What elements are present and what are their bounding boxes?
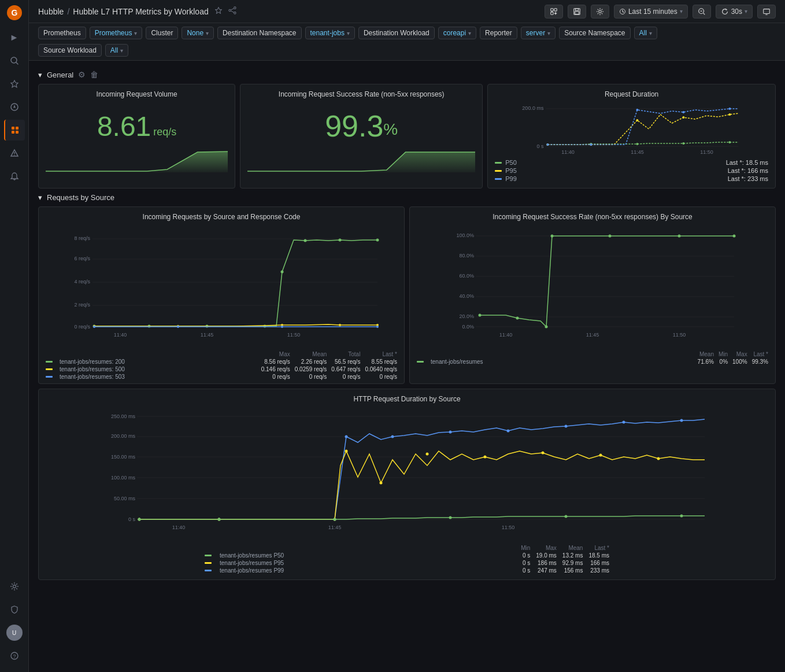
- incoming-by-source-title: Incoming Requests by Source and Response…: [46, 213, 397, 221]
- row503-max: 0 req/s: [261, 374, 290, 380]
- svg-text:50.00 ms: 50.00 ms: [114, 496, 136, 501]
- row500-max: 0.146 req/s: [261, 366, 290, 372]
- svg-point-149: [218, 518, 221, 521]
- dashboard-icon[interactable]: [4, 120, 25, 141]
- volume-sparkline: [46, 149, 228, 172]
- svg-point-58: [636, 109, 639, 111]
- cluster-label[interactable]: Cluster: [146, 27, 178, 39]
- compass-icon[interactable]: [4, 97, 25, 117]
- p95-legend-row: P95 Last *: 166 ms: [495, 167, 768, 174]
- add-panel-button[interactable]: [545, 5, 563, 19]
- row200-last: 8.55 req/s: [365, 359, 397, 365]
- svg-line-3: [16, 62, 18, 64]
- svg-text:4 req/s: 4 req/s: [74, 279, 90, 285]
- svg-marker-6: [13, 105, 16, 108]
- requests-by-source-header[interactable]: ▾ Requests by Source: [38, 193, 776, 202]
- svg-text:11:50: 11:50: [502, 525, 515, 530]
- svg-rect-22: [551, 8, 553, 10]
- success-by-source-title: Incoming Request Success Rate (non-5xx r…: [417, 213, 768, 221]
- p99-legend-dot: [495, 178, 502, 180]
- ss-row0-max: 100%: [732, 359, 747, 365]
- svg-point-147: [657, 457, 660, 460]
- help-icon[interactable]: ?: [4, 645, 25, 666]
- bell-icon[interactable]: [4, 166, 25, 187]
- svg-point-53: [636, 119, 639, 121]
- general-delete-icon[interactable]: 🗑: [90, 70, 98, 79]
- svg-text:60.0%: 60.0%: [459, 273, 474, 279]
- app-name: Hubble: [38, 7, 64, 16]
- p95-value: Last *: 166 ms: [728, 167, 768, 174]
- ss-min-header: Min: [719, 351, 728, 357]
- sidebar: G ►: [0, 0, 29, 672]
- hd-max-header: Max: [536, 545, 557, 551]
- svg-point-148: [138, 518, 141, 521]
- hd-last-header: Last *: [588, 545, 609, 551]
- svg-point-151: [449, 516, 452, 519]
- svg-point-81: [376, 239, 379, 242]
- prometheus-dropdown[interactable]: Prometheus ▾: [90, 27, 143, 39]
- svg-point-18: [229, 9, 231, 12]
- svg-text:0.0%: 0.0%: [462, 324, 474, 330]
- col-last-header: Last *: [365, 351, 397, 357]
- dashboard-content: ▾ General ⚙ 🗑 Incoming Request Volume 8.…: [29, 61, 785, 672]
- tv-mode-button[interactable]: [757, 5, 776, 19]
- source-namespace-label[interactable]: Source Namespace: [559, 27, 630, 39]
- row503-total: 0 req/s: [331, 374, 360, 380]
- app-logo[interactable]: G: [6, 5, 23, 23]
- coreapi-dropdown[interactable]: coreapi ▾: [438, 27, 476, 39]
- refresh-chevron: ▾: [745, 8, 747, 14]
- svg-point-137: [680, 419, 683, 422]
- sidebar-toggle-icon[interactable]: ►: [4, 27, 25, 48]
- svg-text:100.00 ms: 100.00 ms: [111, 475, 136, 481]
- reporter-label[interactable]: Reporter: [480, 27, 517, 39]
- prometheus-datasource-label[interactable]: Prometheus: [38, 27, 86, 39]
- alert-icon[interactable]: [4, 143, 25, 164]
- search-icon[interactable]: [4, 50, 25, 71]
- cluster-dropdown[interactable]: None ▾: [182, 27, 214, 39]
- svg-rect-9: [12, 131, 14, 134]
- server-dropdown[interactable]: server ▾: [521, 27, 556, 39]
- zoom-out-button[interactable]: [693, 5, 711, 19]
- share-icon[interactable]: [228, 6, 236, 16]
- time-range-button[interactable]: Last 15 minutes ▾: [614, 5, 688, 19]
- row200-mean: 2.26 req/s: [295, 359, 327, 365]
- source-workload-label[interactable]: Source Workload: [38, 44, 102, 57]
- source-workload-dropdown[interactable]: All ▾: [105, 44, 128, 57]
- hd-mean-header: Mean: [562, 545, 583, 551]
- destination-namespace-label[interactable]: Destination Namespace: [217, 27, 301, 39]
- success-rate-title: Incoming Request Success Rate (non-5xx r…: [247, 90, 475, 98]
- general-settings-icon[interactable]: ⚙: [78, 70, 86, 79]
- source-namespace-dropdown[interactable]: All ▾: [634, 27, 657, 39]
- hd-p99-mean: 156 ms: [562, 567, 583, 574]
- star-favorite-icon[interactable]: [214, 6, 223, 16]
- p50-value: Last *: 18.5 ms: [726, 159, 768, 166]
- svg-line-20: [231, 9, 234, 10]
- settings-button[interactable]: [591, 5, 609, 19]
- svg-point-112: [733, 235, 736, 238]
- p99-value: Last *: 233 ms: [728, 175, 768, 182]
- svg-marker-16: [215, 8, 221, 14]
- tenant-jobs-dropdown[interactable]: tenant-jobs ▾: [305, 27, 355, 39]
- refresh-button[interactable]: 30s ▾: [716, 5, 753, 19]
- destination-workload-label[interactable]: Destination Workload: [358, 27, 435, 39]
- general-section-header[interactable]: ▾ General ⚙ 🗑: [38, 70, 776, 79]
- svg-point-57: [590, 143, 593, 146]
- svg-point-17: [234, 7, 236, 9]
- svg-point-134: [507, 430, 510, 433]
- gear-icon[interactable]: [4, 576, 25, 597]
- svg-point-56: [547, 143, 549, 146]
- avatar[interactable]: U: [4, 622, 25, 643]
- filter-bar: Prometheus Prometheus ▾ Cluster None ▾ D…: [29, 23, 785, 61]
- svg-point-79: [304, 239, 307, 242]
- save-button[interactable]: [568, 5, 586, 19]
- svg-point-152: [565, 515, 568, 518]
- svg-point-30: [599, 10, 601, 12]
- shield-icon[interactable]: [4, 599, 25, 620]
- refresh-interval-label: 30s: [731, 8, 742, 16]
- svg-rect-8: [16, 127, 18, 130]
- general-section-title: General: [47, 71, 73, 79]
- http-duration-title: HTTP Request Duration by Source: [46, 395, 768, 403]
- row503-label: tenant-jobs/resumes: 503: [60, 374, 257, 380]
- star-icon[interactable]: [4, 73, 25, 94]
- svg-rect-37: [764, 9, 770, 13]
